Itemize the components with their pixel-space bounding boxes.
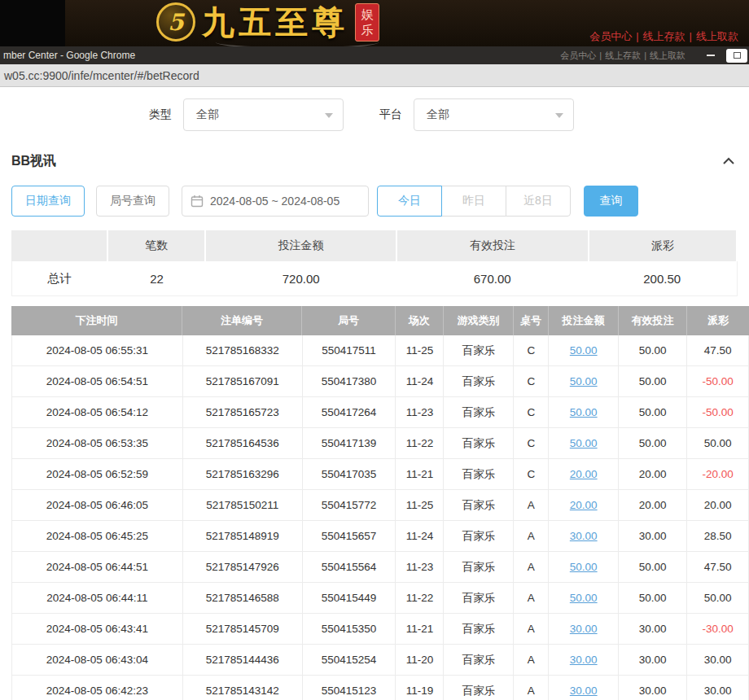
query-toolbar: 日期查询 局号查询 2024-08-05 ~ 2024-08-05 今日 昨日 … <box>11 185 738 217</box>
payout: 30.00 <box>687 645 749 675</box>
game-type: 百家乐 <box>444 583 514 613</box>
payout: 30.00 <box>687 676 749 700</box>
bet-amount-link[interactable]: 50.00 <box>549 366 619 396</box>
table-row: 2024-08-05 06:44:11521785146588550415449… <box>12 583 749 614</box>
bet-amount-link[interactable]: 50.00 <box>549 397 619 427</box>
bet-amount-link[interactable]: 50.00 <box>549 335 619 365</box>
last-8-days-button[interactable]: 近8日 <box>506 186 571 217</box>
payout: -20.00 <box>687 459 749 489</box>
order-number: 521785164536 <box>183 428 303 458</box>
order-number: 521785144436 <box>183 645 303 675</box>
window-minimize-button[interactable] <box>700 49 721 63</box>
round-number: 550417264 <box>303 397 396 427</box>
session: 11-21 <box>396 614 444 644</box>
summary-header-count: 笔数 <box>108 230 204 261</box>
top-nav: 会员中心|线上存款|线上取款 <box>587 29 741 44</box>
round-query-button[interactable]: 局号查询 <box>96 186 169 217</box>
summary-payout-value: 200.50 <box>589 261 735 295</box>
window-maximize-button[interactable] <box>726 49 747 63</box>
summary-header-empty <box>11 230 107 261</box>
date-range-input[interactable]: 2024-08-05 ~ 2024-08-05 <box>182 186 369 217</box>
summary-valid-bet-value: 670.00 <box>397 261 587 295</box>
chevron-up-icon <box>721 155 736 167</box>
game-type: 百家乐 <box>444 428 514 458</box>
nav-deposit[interactable]: 线上存款 <box>643 30 685 42</box>
round-number: 550415449 <box>303 583 396 613</box>
round-number: 550417139 <box>303 428 396 458</box>
bet-table-body: 2024-08-05 06:55:31521785168332550417511… <box>11 335 749 700</box>
search-button[interactable]: 查询 <box>584 186 638 217</box>
order-number: 521785163296 <box>183 459 303 489</box>
game-type: 百家乐 <box>444 335 514 365</box>
bet-amount-link[interactable]: 30.00 <box>549 676 619 700</box>
bet-amount-link[interactable]: 30.00 <box>549 614 619 644</box>
bet-time: 2024-08-05 06:44:11 <box>12 583 183 613</box>
minimize-icon <box>707 55 715 56</box>
order-number: 521785147926 <box>183 552 303 582</box>
valid-bet: 50.00 <box>619 366 687 396</box>
game-type: 百家乐 <box>444 459 514 489</box>
valid-bet: 50.00 <box>619 552 687 582</box>
order-number: 521785148919 <box>183 521 303 551</box>
yesterday-button[interactable]: 昨日 <box>441 186 506 217</box>
valid-bet: 20.00 <box>619 490 687 520</box>
table-number: A <box>514 521 549 551</box>
bet-amount-link[interactable]: 30.00 <box>549 645 619 675</box>
table-number: C <box>514 335 549 365</box>
platform-filter-label: 平台 <box>379 107 402 122</box>
logo-text: 九五至尊 <box>202 6 348 38</box>
bet-time: 2024-08-05 06:54:12 <box>12 397 183 427</box>
table-row: 2024-08-05 06:42:23521785143142550415123… <box>12 676 749 700</box>
session: 11-24 <box>396 521 444 551</box>
date-range-value: 2024-08-05 ~ 2024-08-05 <box>210 195 339 208</box>
nav-member-center[interactable]: 会员中心 <box>589 30 632 42</box>
bet-amount-link[interactable]: 50.00 <box>549 552 619 582</box>
bet-amount-link[interactable]: 20.00 <box>549 490 619 520</box>
game-type: 百家乐 <box>444 676 514 700</box>
browser-urlbar[interactable]: w05.cc:9900/infe/mcenter/#/betRecord <box>0 64 749 87</box>
bet-amount-link[interactable]: 50.00 <box>549 428 619 458</box>
round-number: 550415123 <box>303 676 396 700</box>
payout: -50.00 <box>687 397 749 427</box>
table-row: 2024-08-05 06:46:05521785150211550415772… <box>12 490 749 521</box>
valid-bet: 50.00 <box>619 397 687 427</box>
payout: 28.50 <box>687 521 749 551</box>
bet-amount-link[interactable]: 20.00 <box>549 459 619 489</box>
bet-time: 2024-08-05 06:46:05 <box>12 490 183 520</box>
table-row: 2024-08-05 06:54:51521785167091550417380… <box>12 366 749 397</box>
today-button[interactable]: 今日 <box>377 186 442 217</box>
browser-titlebar: mber Center - Google Chrome 会员中心|线上存款|线上… <box>0 46 749 64</box>
bet-amount-link[interactable]: 50.00 <box>549 583 619 613</box>
payout: -30.00 <box>687 614 749 644</box>
section-header: BB视讯 <box>11 152 736 170</box>
platform-filter-select[interactable]: 全部 <box>414 98 574 131</box>
collapse-section-button[interactable] <box>721 155 736 167</box>
payout: 47.50 <box>687 335 749 365</box>
payout: 50.00 <box>687 428 749 458</box>
chevron-down-icon <box>555 113 563 118</box>
summary-header-bet-amount: 投注金额 <box>206 230 396 261</box>
nav-separator: | <box>636 30 638 42</box>
table-row: 2024-08-05 06:43:04521785144436550415254… <box>12 645 749 676</box>
payout: -50.00 <box>687 366 749 396</box>
order-number: 521785143142 <box>183 676 303 700</box>
table-number: C <box>514 428 549 458</box>
nav-withdraw[interactable]: 线上取款 <box>696 30 738 42</box>
bet-time: 2024-08-05 06:42:23 <box>12 676 183 700</box>
col-header-table-number: 桌号 <box>514 306 549 335</box>
valid-bet: 30.00 <box>619 614 687 644</box>
round-number: 550415772 <box>303 490 396 520</box>
summary-header-valid-bet: 有效投注 <box>397 230 588 261</box>
order-number: 521785167091 <box>183 366 303 396</box>
address-url[interactable]: w05.cc:9900/infe/mcenter/#/betRecord <box>4 69 199 82</box>
table-row: 2024-08-05 06:54:12521785165723550417264… <box>12 397 749 428</box>
session: 11-25 <box>396 490 444 520</box>
col-header-payout: 派彩 <box>687 306 749 335</box>
valid-bet: 50.00 <box>619 428 687 458</box>
table-row: 2024-08-05 06:52:59521785163296550417035… <box>12 459 749 490</box>
date-query-button[interactable]: 日期查询 <box>11 186 85 217</box>
bet-amount-link[interactable]: 30.00 <box>549 521 619 551</box>
platform-filter-value: 全部 <box>427 107 449 122</box>
type-filter-select[interactable]: 全部 <box>183 98 344 131</box>
summary-total-label: 总计 <box>12 261 107 295</box>
